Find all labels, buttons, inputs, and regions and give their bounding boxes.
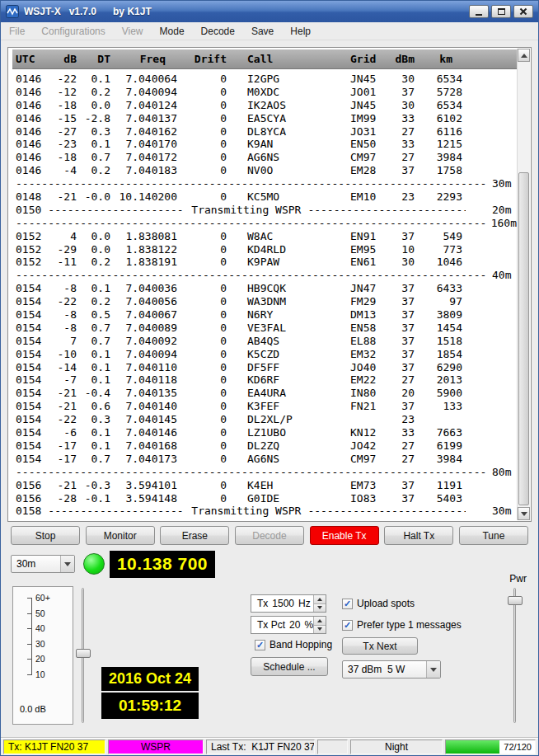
menu-item-help[interactable]: Help	[285, 23, 316, 40]
chevron-down-icon	[426, 661, 440, 678]
tx-progress-bar: 72/120	[445, 740, 536, 754]
minimize-button[interactable]	[469, 5, 489, 18]
decode-row: 0154-220.37.0401450DL2XL/P23	[12, 413, 517, 426]
power-select[interactable]: 37 dBm 5 W	[342, 660, 441, 679]
tx-pct-spin-buttons[interactable]	[313, 617, 326, 633]
meter-scale-label: 50	[35, 609, 45, 618]
decode-row: 0154-220.27.0400560WA3DNMFM293797	[12, 295, 517, 308]
header-dt: DT	[77, 49, 110, 69]
stop-button[interactable]: Stop	[11, 526, 80, 545]
band-hopping-checkbox[interactable]: ✓ Band Hopping	[255, 639, 332, 650]
decode-row: 0148-21-0.010.1402000KC5MOEM10232293	[12, 190, 517, 204]
checkbox-check-icon: ✓	[255, 640, 265, 650]
upload-spots-checkbox[interactable]: ✓ Upload spots	[342, 598, 415, 609]
decode-row: 0146-40.27.0401830NV0OEM28371758	[12, 164, 517, 177]
slider-thumb[interactable]	[76, 649, 91, 658]
header-db: dB	[44, 49, 77, 69]
decode-window[interactable]: UTC dB DT Freq Drift Call Grid dBm km 01…	[7, 47, 532, 522]
decode-button[interactable]: Decode	[235, 526, 304, 545]
window-title: WSJT-X v1.7.0 by K1JT	[24, 6, 469, 17]
menu-item-file[interactable]: File	[4, 23, 30, 40]
meter-scale-label: 40	[35, 624, 45, 633]
slider-thumb[interactable]	[508, 596, 523, 605]
title-bar: WSJT-X v1.7.0 by K1JT	[1, 1, 538, 22]
spin-up-icon[interactable]	[314, 617, 326, 626]
mode-badge: WSPR	[108, 740, 204, 754]
erase-button[interactable]: Erase	[160, 526, 229, 545]
time-display: 01:59:12	[101, 693, 199, 719]
header-drift: Drift	[177, 49, 227, 69]
chevron-down-icon	[60, 556, 74, 572]
status-filler	[317, 740, 348, 754]
spin-down-icon[interactable]	[314, 626, 326, 634]
header-km: km	[415, 49, 462, 69]
transmit-row: 0158------------------------------------…	[12, 505, 517, 518]
meter-tick	[27, 613, 32, 614]
prefer-type1-checkbox[interactable]: ✓ Prefer type 1 messages	[342, 619, 462, 631]
meter-tick	[27, 674, 32, 675]
transmit-row: 0150------------------------------------…	[12, 204, 517, 217]
header-grid: Grid	[347, 49, 384, 69]
tune-button[interactable]: Tune	[459, 526, 528, 545]
lower-controls: Pwr 60+5040302010 0.0 dB 2016 Oct 24 01:…	[1, 578, 538, 738]
menu-item-view[interactable]: View	[117, 23, 148, 40]
decode-header: UTC dB DT Freq Drift Call Grid dBm km	[12, 49, 517, 69]
meter-scale-label: 60+	[35, 594, 50, 603]
last-tx-status: Last Tx: K1JT FN20 37	[206, 740, 315, 754]
decode-row: 015240.01.8380810W8ACEN9137549	[12, 230, 517, 243]
tx-freq-spin-buttons[interactable]	[313, 595, 326, 612]
schedule-button[interactable]: Schedule ...	[251, 657, 328, 676]
decode-scrollbar[interactable]	[517, 49, 530, 520]
tx-freq-spinbox[interactable]: Tx1500Hz	[251, 594, 326, 613]
menu-item-save[interactable]: Save	[246, 23, 279, 40]
minimize-icon	[476, 14, 482, 16]
scroll-thumb[interactable]	[518, 172, 529, 505]
menu-item-decode[interactable]: Decode	[196, 23, 240, 40]
meter-scale-label: 30	[35, 640, 45, 649]
checkbox-check-icon: ✓	[342, 599, 353, 609]
spin-down-icon[interactable]	[314, 604, 326, 613]
meter-scale-label: 10	[35, 670, 45, 679]
power-slider[interactable]	[507, 586, 523, 725]
tx-pct-suffix: %	[304, 619, 313, 631]
close-icon	[519, 7, 527, 16]
tx-pct-value: Tx Pct20%	[251, 619, 313, 631]
decode-row: 0154-21-0.47.0401350EA4URAIN80205900	[12, 387, 517, 400]
close-button[interactable]	[513, 5, 533, 18]
scroll-down-button[interactable]	[518, 507, 530, 520]
gain-slider[interactable]	[75, 586, 91, 725]
tx-pct-number: 20	[289, 619, 300, 631]
meter-tick	[27, 659, 32, 660]
decode-row: 0154-100.17.0400940K5CZDEM32371854	[12, 348, 517, 361]
decode-row: 0146-270.37.0401620DL8YCAJO31276116	[12, 125, 517, 139]
tx-status-badge: Tx: K1JT FN20 37	[3, 740, 105, 754]
monitor-button[interactable]: Monitor	[86, 526, 155, 545]
header-call: Call	[227, 49, 347, 69]
scroll-up-button[interactable]	[518, 49, 530, 62]
decode-row: 0146-120.27.0400940M0XDCJO01375728	[12, 86, 517, 99]
decode-rows: 0146-220.17.0400640I2GPGJN453065340146-1…	[12, 73, 517, 518]
date-display: 2016 Oct 24	[101, 667, 199, 691]
tx-pct-spinbox[interactable]: Tx Pct20%	[251, 616, 326, 634]
tx-freq-prefix: Tx	[257, 598, 268, 609]
status-bar: Tx: K1JT FN20 37 WSPR Last Tx: K1JT FN20…	[1, 738, 538, 755]
decode-row: 0146-230.17.0401700K9ANEN50331215	[12, 138, 517, 151]
spin-up-icon[interactable]	[314, 595, 326, 604]
band-separator-row: ----------------------------------------…	[12, 466, 517, 479]
band-separator-row: ----------------------------------------…	[12, 217, 517, 230]
meter-level-label: 0.0 dB	[20, 704, 46, 714]
halt-tx-button[interactable]: Halt Tx	[384, 526, 453, 545]
maximize-button[interactable]	[491, 5, 511, 18]
tx-freq-number: 1500	[272, 598, 294, 609]
decode-row: 0154-170.77.0401730AG6NSCM97273984	[12, 453, 517, 466]
band-select-value: 30m	[12, 558, 60, 570]
decode-row: 0154-80.57.0400670N6RYDM13373809	[12, 308, 517, 322]
menu-bar: File Configurations View Mode Decode Sav…	[1, 22, 538, 40]
tx-freq-suffix: Hz	[298, 598, 311, 609]
tx-next-button[interactable]: Tx Next	[342, 637, 418, 655]
decode-row: 0154-140.17.0401100DF5FFJO40376290	[12, 361, 517, 374]
band-select[interactable]: 30m	[11, 555, 75, 573]
menu-item-mode[interactable]: Mode	[155, 23, 190, 40]
menu-item-configurations[interactable]: Configurations	[36, 23, 110, 40]
enable-tx-button[interactable]: Enable Tx	[310, 526, 379, 545]
